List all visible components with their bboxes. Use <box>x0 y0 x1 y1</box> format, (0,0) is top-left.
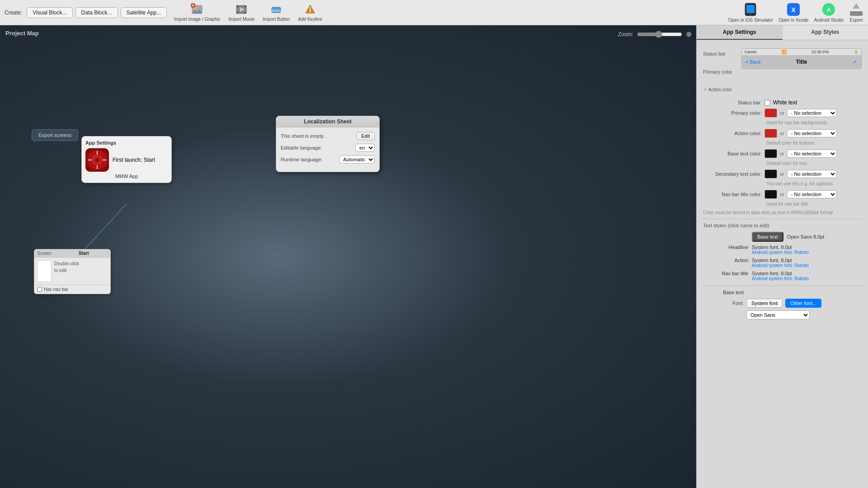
zoom-in-icon[interactable]: ⊕ <box>686 30 692 38</box>
primary-color-select[interactable]: - No selection <box>787 109 837 117</box>
base-text-font-info: Open Sans 8.0pt <box>787 234 825 239</box>
import-movie-label: Import Movie <box>229 17 255 22</box>
import-button-button[interactable]: Button Import Button <box>263 3 290 22</box>
base-text-color-swatch[interactable] <box>764 149 777 158</box>
system-font-button[interactable]: System font <box>746 299 783 308</box>
font-select[interactable]: Open Sans <box>746 310 810 319</box>
app-name-label: MMW App <box>85 174 168 179</box>
toolbar-right-actions: Open in iOS Simulator X Open in Xcode A … <box>728 2 863 23</box>
screen-node-header: Screen Start <box>34 249 110 258</box>
screen-name-label: Start <box>79 251 89 256</box>
action-color-swatch[interactable] <box>764 129 777 138</box>
svg-point-29 <box>95 158 99 162</box>
data-block-button[interactable]: Data Block... <box>75 7 118 18</box>
nav-bar-title-style-name[interactable]: Nav bar title <box>703 271 748 276</box>
import-image-label: Import Image / Graphic <box>174 17 220 22</box>
screen-node[interactable]: Screen Start Double-click to edit Has na… <box>34 249 111 294</box>
base-text-color-label: Base text color: <box>703 151 762 156</box>
localization-edit-button[interactable]: Edit <box>356 132 375 140</box>
app-icon <box>85 148 109 172</box>
secondary-text-color-row: Secondary text color: or - No selection <box>703 169 862 178</box>
svg-marker-24 <box>853 3 860 9</box>
tab-app-styles[interactable]: App Styles <box>783 25 868 40</box>
base-text-active-button[interactable]: Base text <box>752 232 783 242</box>
primary-color-row: Primary color: or - No selection <box>703 108 862 117</box>
toolbar-icons: Import Image / Graphic Import Movie Butt… <box>174 3 322 22</box>
ios-battery: 🔋 <box>854 50 859 54</box>
ios-carrier: Carrier <box>745 50 757 54</box>
zoom-slider[interactable] <box>637 31 682 38</box>
main-area: Project Map Zoom: ⊕ Export screens App S… <box>0 25 868 488</box>
svg-text:A: A <box>827 7 831 13</box>
import-movie-button[interactable]: Import Movie <box>229 3 255 22</box>
svg-rect-23 <box>850 11 863 16</box>
tab-app-settings[interactable]: App Settings <box>697 25 783 40</box>
localization-body: This sheet is empty. Edit Editable langu… <box>276 127 379 172</box>
runtime-language-label: Runtime language: <box>281 157 339 162</box>
ios-nav-action: ✓ <box>853 58 858 65</box>
first-launch-label: First launch: Start <box>113 157 155 163</box>
app-settings-node-content: First launch: Start <box>85 148 168 172</box>
svg-rect-10 <box>245 12 246 14</box>
nav-bar-title-hint1: Used for nav bar title. <box>766 202 862 206</box>
divider1 <box>703 219 862 219</box>
visual-block-button[interactable]: Visual Block... <box>27 7 72 18</box>
svg-rect-17 <box>746 5 755 13</box>
app-settings-node-title: App Settings <box>85 140 168 145</box>
primary-or-label: or <box>780 110 784 116</box>
ios-device-preview: Carrier 📶 10:30 PM 🔋 < Back Title ✓ <box>741 48 862 69</box>
ios-time: 10:30 PM <box>811 50 829 54</box>
satellite-app-button[interactable]: Satellite App... <box>121 7 167 18</box>
add-keyline-button[interactable]: Add Keyline <box>298 3 322 22</box>
zoom-control: Zoom: ⊕ <box>618 30 692 38</box>
editable-language-row: Editable language: en <box>281 144 375 152</box>
svg-text:Button: Button <box>272 9 281 12</box>
primary-color-section-label: Primary color: <box>703 110 762 116</box>
export-screens-node[interactable]: Export screens <box>32 129 78 141</box>
secondary-text-hint: You can use this e.g. for captions. <box>766 181 862 186</box>
app-settings-node-info: First launch: Start <box>113 157 155 163</box>
android-studio-button[interactable]: A Android Studio <box>814 2 844 23</box>
export-label: Export <box>850 18 863 23</box>
action-font-info: System font, 8.0pt Android system font: … <box>752 258 809 268</box>
action-color-indicator-label: Action color <box>708 87 732 92</box>
font-section: Base text Font: System font Other font..… <box>703 286 862 319</box>
screen-preview <box>37 260 52 282</box>
secondary-text-color-swatch[interactable] <box>764 169 777 178</box>
action-color-select[interactable]: - No selection <box>787 129 837 137</box>
nav-bar-title-style-font-info: System font, 8.0pt Android system font: … <box>752 271 809 281</box>
other-font-button[interactable]: Other font... <box>785 299 821 308</box>
export-button[interactable]: Export <box>849 2 863 23</box>
primary-color-swatch[interactable] <box>764 108 777 117</box>
screen-type-label: Screen <box>37 251 52 256</box>
localization-title: Localization Sheet <box>276 116 379 127</box>
base-text-color-select[interactable]: - No selection <box>787 150 837 158</box>
app-settings-node[interactable]: App Settings Firs <box>81 136 172 183</box>
secondary-text-select[interactable]: - No selection <box>787 170 837 178</box>
headline-style-name[interactable]: Headline <box>703 244 748 250</box>
android-studio-label: Android Studio <box>814 18 844 23</box>
primary-color-label: Primary color <box>703 69 732 75</box>
white-text-checkbox[interactable] <box>764 100 770 106</box>
action-style-name[interactable]: Action <box>703 258 748 263</box>
canvas[interactable]: Project Map Zoom: ⊕ Export screens App S… <box>0 25 696 488</box>
localization-dialog[interactable]: Localization Sheet This sheet is empty. … <box>276 116 380 172</box>
font-label: Font: <box>703 300 744 306</box>
nav-bar-title-select[interactable]: - No selection <box>787 190 837 198</box>
has-nav-bar-label: Has nav bar <box>44 287 68 292</box>
ios-nav-bar: < Back Title ✓ <box>742 55 861 69</box>
import-image-button[interactable]: Import Image / Graphic <box>174 3 220 22</box>
import-button-label: Import Button <box>263 17 290 22</box>
has-nav-bar-checkbox[interactable] <box>37 287 42 292</box>
runtime-language-select[interactable]: Automatic <box>339 155 375 164</box>
open-xcode-button[interactable]: X Open in Xcode <box>778 2 808 23</box>
nav-bar-title-color-swatch[interactable] <box>764 190 777 199</box>
screen-node-footer: Has nav bar <box>34 285 110 294</box>
base-text-section-row: Base text <box>703 290 862 295</box>
editable-language-select[interactable]: en <box>355 144 375 152</box>
project-map-title: Project Map <box>5 30 39 37</box>
ios-preview-labels: Status bar Primary color ↗ Action color <box>703 48 732 92</box>
nav-bar-title-hint2: Color must be stored in data slots as te… <box>703 210 862 215</box>
ios-back-button: < Back <box>745 59 761 65</box>
open-ios-simulator-button[interactable]: Open in iOS Simulator <box>728 2 774 23</box>
